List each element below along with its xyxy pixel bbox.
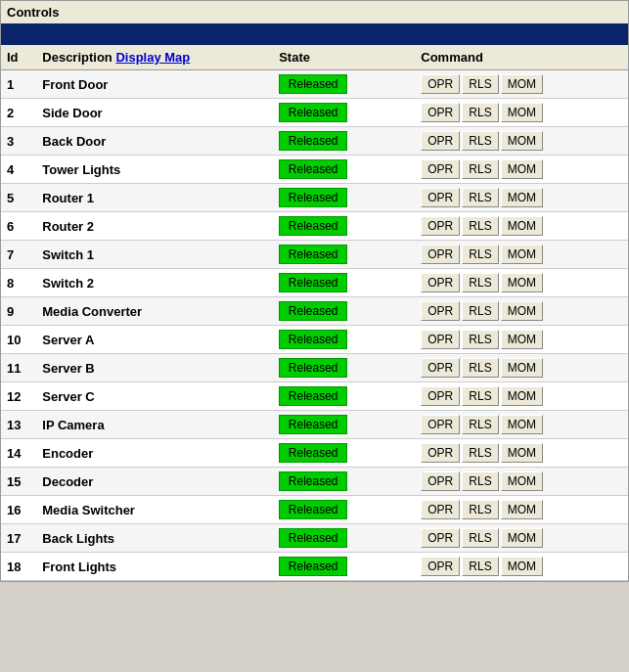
cmd-mom-button[interactable]: MOM xyxy=(501,188,543,207)
row-id: 17 xyxy=(1,524,36,553)
row-commands: OPRRLSMOM xyxy=(415,468,628,496)
row-commands: OPRRLSMOM xyxy=(415,524,628,553)
table-row: 16Media SwitcherReleasedOPRRLSMOM xyxy=(1,496,628,524)
cmd-opr-button[interactable]: OPR xyxy=(421,443,460,463)
cmd-opr-button[interactable]: OPR xyxy=(421,216,460,236)
cmd-rls-button[interactable]: RLS xyxy=(462,358,498,378)
cmd-opr-button[interactable]: OPR xyxy=(421,415,460,434)
cmd-rls-button[interactable]: RLS xyxy=(462,301,498,321)
table-row: 6Router 2ReleasedOPRRLSMOM xyxy=(1,212,628,241)
row-state: Released xyxy=(273,156,415,184)
col-header-command: Command xyxy=(415,45,628,70)
row-state: Released xyxy=(273,99,415,127)
cmd-mom-button[interactable]: MOM xyxy=(501,500,543,519)
cmd-opr-button[interactable]: OPR xyxy=(421,273,460,292)
row-description: IP Camera xyxy=(36,411,273,439)
row-id: 8 xyxy=(1,269,36,297)
cmd-mom-button[interactable]: MOM xyxy=(501,103,543,122)
table-row: 10Server AReleasedOPRRLSMOM xyxy=(1,326,628,354)
cmd-opr-button[interactable]: OPR xyxy=(421,386,460,406)
cmd-rls-button[interactable]: RLS xyxy=(462,74,498,94)
cmd-opr-button[interactable]: OPR xyxy=(421,301,460,321)
row-id: 11 xyxy=(1,354,36,382)
cmd-mom-button[interactable]: MOM xyxy=(501,557,543,576)
cmd-rls-button[interactable]: RLS xyxy=(462,216,498,236)
cmd-rls-button[interactable]: RLS xyxy=(462,273,498,292)
cmd-opr-button[interactable]: OPR xyxy=(421,330,460,349)
cmd-mom-button[interactable]: MOM xyxy=(501,74,543,94)
cmd-mom-button[interactable]: MOM xyxy=(501,386,543,406)
state-badge: Released xyxy=(279,74,347,94)
cmd-rls-button[interactable]: RLS xyxy=(462,330,498,349)
cmd-opr-button[interactable]: OPR xyxy=(421,471,460,491)
state-badge: Released xyxy=(279,245,347,264)
cmd-opr-button[interactable]: OPR xyxy=(421,557,460,576)
state-badge: Released xyxy=(279,216,347,236)
cmd-opr-button[interactable]: OPR xyxy=(421,74,460,94)
row-commands: OPRRLSMOM xyxy=(415,496,628,524)
cmd-opr-button[interactable]: OPR xyxy=(421,103,460,122)
cmd-mom-button[interactable]: MOM xyxy=(501,358,543,378)
cmd-opr-button[interactable]: OPR xyxy=(421,528,460,548)
cmd-rls-button[interactable]: RLS xyxy=(462,103,498,122)
row-description: Switch 1 xyxy=(36,241,273,269)
blue-bar xyxy=(1,23,628,45)
state-badge: Released xyxy=(279,103,347,122)
cmd-rls-button[interactable]: RLS xyxy=(462,415,498,434)
cmd-rls-button[interactable]: RLS xyxy=(462,159,498,179)
row-state: Released xyxy=(273,524,415,553)
row-commands: OPRRLSMOM xyxy=(415,553,628,581)
cmd-mom-button[interactable]: MOM xyxy=(501,528,543,548)
cmd-rls-button[interactable]: RLS xyxy=(462,188,498,207)
cmd-rls-button[interactable]: RLS xyxy=(462,528,498,548)
row-commands: OPRRLSMOM xyxy=(415,212,628,241)
cmd-rls-button[interactable]: RLS xyxy=(462,500,498,519)
cmd-mom-button[interactable]: MOM xyxy=(501,301,543,321)
cmd-rls-button[interactable]: RLS xyxy=(462,386,498,406)
display-map-link[interactable]: Display Map xyxy=(115,50,190,65)
cmd-mom-button[interactable]: MOM xyxy=(501,216,543,236)
row-commands: OPRRLSMOM xyxy=(415,99,628,127)
col-header-state: State xyxy=(273,45,415,70)
cmd-opr-button[interactable]: OPR xyxy=(421,131,460,151)
state-badge: Released xyxy=(279,131,347,151)
row-description: Decoder xyxy=(36,468,273,496)
cmd-opr-button[interactable]: OPR xyxy=(421,500,460,519)
cmd-mom-button[interactable]: MOM xyxy=(501,245,543,264)
row-description: Side Door xyxy=(36,99,273,127)
cmd-mom-button[interactable]: MOM xyxy=(501,131,543,151)
cmd-opr-button[interactable]: OPR xyxy=(421,245,460,264)
row-state: Released xyxy=(273,212,415,241)
cmd-opr-button[interactable]: OPR xyxy=(421,159,460,179)
row-commands: OPRRLSMOM xyxy=(415,326,628,354)
row-description: Server C xyxy=(36,382,273,411)
row-id: 7 xyxy=(1,241,36,269)
table-row: 8Switch 2ReleasedOPRRLSMOM xyxy=(1,269,628,297)
cmd-mom-button[interactable]: MOM xyxy=(501,471,543,491)
row-commands: OPRRLSMOM xyxy=(415,156,628,184)
row-state: Released xyxy=(273,184,415,212)
row-state: Released xyxy=(273,354,415,382)
cmd-rls-button[interactable]: RLS xyxy=(462,557,498,576)
cmd-opr-button[interactable]: OPR xyxy=(421,188,460,207)
controls-panel: Controls Id Description Display Map Stat… xyxy=(0,0,629,582)
cmd-mom-button[interactable]: MOM xyxy=(501,330,543,349)
cmd-mom-button[interactable]: MOM xyxy=(501,159,543,179)
row-description: Router 2 xyxy=(36,212,273,241)
cmd-mom-button[interactable]: MOM xyxy=(501,443,543,463)
row-id: 3 xyxy=(1,127,36,156)
cmd-rls-button[interactable]: RLS xyxy=(462,471,498,491)
cmd-mom-button[interactable]: MOM xyxy=(501,415,543,434)
row-state: Released xyxy=(273,411,415,439)
cmd-rls-button[interactable]: RLS xyxy=(462,131,498,151)
cmd-rls-button[interactable]: RLS xyxy=(462,245,498,264)
state-badge: Released xyxy=(279,188,347,207)
cmd-rls-button[interactable]: RLS xyxy=(462,443,498,463)
row-commands: OPRRLSMOM xyxy=(415,411,628,439)
row-id: 12 xyxy=(1,382,36,411)
row-state: Released xyxy=(273,241,415,269)
cmd-mom-button[interactable]: MOM xyxy=(501,273,543,292)
row-description: Front Door xyxy=(36,70,273,99)
col-header-id: Id xyxy=(1,45,36,70)
cmd-opr-button[interactable]: OPR xyxy=(421,358,460,378)
